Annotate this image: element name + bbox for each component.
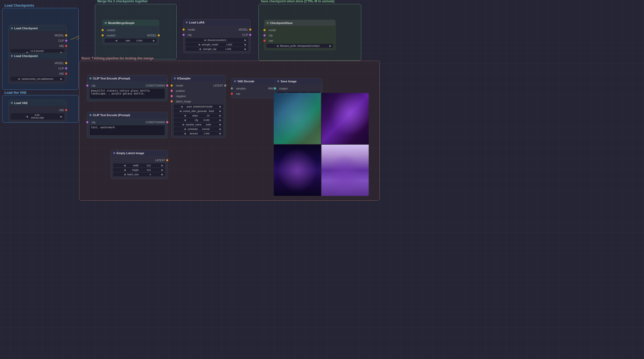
gallery-image-1[interactable] [274,93,321,144]
vae-prev-btn[interactable]: ◀ [12,115,28,118]
vae-output-row: VAE [9,71,66,76]
model-output-port[interactable] [65,62,67,64]
model1-input-port[interactable] [102,29,104,31]
vae-output-port[interactable] [65,109,67,111]
ckpt-name-value: cardosAnime_v10.safetensors [21,78,53,80]
lora-name-value: theovercomer8sContrastFix_sd15.safetenso… [208,39,226,41]
node-body: clip CONDITIONING text, watermark [87,118,167,138]
control-row[interactable]: ◀ control_after_generate fixed ▶ [174,109,223,113]
clip-input-port[interactable] [263,34,266,36]
group-pipeline-title: Basic Txt2img pipeline for testing the m… [81,56,154,60]
filename-prefix-row[interactable]: ◀ filename_prefix checkpoints/ComfyUI ▶ [267,44,333,48]
node-title: Load LoRA [189,21,205,24]
strength-model-row[interactable]: ◀ strength_model 1.000 ▶ [186,42,248,46]
lora-name-row[interactable]: ◀ theovercomer8sContrastFix_sd15.safeten… [186,38,248,42]
ratio-next-btn[interactable]: ▶ [143,39,156,42]
node-header: Load LoRA [184,20,250,25]
clip-input-port[interactable] [86,121,88,123]
vae-output-port[interactable] [65,45,67,47]
latent-output-row: LATENT [111,158,167,163]
model2-input-port[interactable] [102,34,104,36]
clip-input-port[interactable] [182,34,185,36]
vae-output-port[interactable] [65,73,67,75]
control-value: fixed [208,110,214,112]
model2-input-row: model2 MODEL [103,33,159,38]
clip-output-port[interactable] [249,34,251,36]
negative-prompt-text[interactable]: text, watermark [89,125,165,136]
vae-name-row[interactable]: ◀ kl-f8-anime2.ckpt ▶ [11,113,64,120]
denoise-row[interactable]: ◀ denoise 1.000 ▶ [174,131,223,135]
steps-row[interactable]: ◀ steps 20 ▶ [174,114,223,117]
clip-output-port[interactable] [65,40,67,42]
clip-conditioning-row: clip CONDITIONING [87,120,167,125]
node-status-dot [105,22,107,24]
gallery-image-2[interactable] [321,93,369,144]
ratio-prev-btn[interactable]: ◀ [106,39,118,42]
node-status-dot [277,80,279,82]
batch-size-row[interactable]: ◀ batch_size 4 ▶ [113,172,165,176]
conditioning-output-port[interactable] [166,121,168,123]
vae-input-port[interactable] [263,40,266,42]
ratio-row[interactable]: ◀ ratio 0.500 ▶ [105,39,157,42]
negative-input-port[interactable] [171,95,173,97]
model-input-port[interactable] [171,84,173,87]
latent-output-port[interactable] [166,159,168,161]
height-row[interactable]: ◀ height 512 ▶ [113,168,165,172]
node-header: Empty Latent Image [111,150,167,156]
node-title: CheckpointSave [270,21,293,25]
scheduler-row[interactable]: ◀ scheduler normal ▶ [174,127,223,131]
vae-next-btn[interactable]: ▶ [46,115,63,118]
seed-row[interactable]: ◀ seed 156680208700286 ▶ [174,105,223,108]
model-output-port[interactable] [158,34,160,36]
ratio-value: 0.500 [131,39,142,42]
node-body: model clip vae ◀ filename_prefix checkpo… [265,26,335,50]
clip-conditioning-row: clip CONDITIONING [87,83,167,88]
gallery-image-4[interactable] [321,145,369,196]
sampler-row[interactable]: ◀ sampler_name euler ▶ [174,122,223,126]
cfg-row[interactable]: ◀ cfg 8.000 ▶ [174,118,223,122]
vae-output-row: VAE [9,43,66,49]
strength-clip-row[interactable]: ◀ strength_clip 1.000 ▶ [186,47,248,51]
clip-input-port[interactable] [86,84,88,87]
node-body: VAE ◀ kl-f8-anime2.ckpt ▶ [9,106,66,122]
latent-image-input-port[interactable] [171,100,173,102]
model-output-port[interactable] [249,29,251,31]
node-status-dot [234,80,236,82]
gallery-image-3[interactable] [274,145,321,196]
node-title: Load Checkpoint [14,54,38,58]
model-output-port[interactable] [65,34,67,36]
node-header: Load VAE [9,100,66,106]
width-row[interactable]: ◀ width 512 ▶ [113,163,165,167]
node-header: KSampler [172,75,225,81]
height-value: 512 [140,169,151,171]
clip-output-row: CLIP [9,66,66,71]
scheduler-value: normal [199,128,210,130]
model-output-row: MODEL [9,33,66,38]
node-status-dot [113,152,115,154]
node-title: KSampler [177,77,191,80]
vae-input-port[interactable] [231,93,233,95]
node-header: CLIP Text Encode (Prompt) [87,112,167,118]
node-model-merge: ModelMergeSimple model1 model2 MODEL ◀ r… [102,20,159,45]
node-clip-positive: CLIP Text Encode (Prompt) clip CONDITION… [87,75,167,101]
output-gallery [274,93,369,196]
model1-input-row: model1 [103,27,159,33]
model-output-row: MODEL [9,60,66,66]
positive-input-port[interactable] [171,90,173,92]
ckpt-name-row[interactable]: ◀ cardosAnime_v10.safetensors ▶ [11,77,64,81]
model-input-port[interactable] [263,29,266,31]
ckpt-next-btn[interactable]: ▶ [55,77,63,80]
positive-prompt-text[interactable]: beautiful scenery nature glass bottle la… [89,88,165,99]
node-title: ModelMergeSimple [108,21,134,25]
ckpt-prev-btn[interactable]: ◀ [12,77,20,80]
latent-output-port[interactable] [224,84,226,87]
samples-input-port[interactable] [231,87,233,89]
clip-output-port[interactable] [65,67,67,69]
model-input-port[interactable] [182,29,185,31]
model-row: model LATENT [172,83,225,88]
conditioning-output-port[interactable] [166,84,168,87]
positive-row: positive [172,88,225,93]
node-title: Load VAE [14,101,28,105]
images-input-port[interactable] [274,87,276,89]
node-body: LATENT ◀ width 512 ▶ ◀ height 512 ▶ ◀ ba… [111,156,167,178]
